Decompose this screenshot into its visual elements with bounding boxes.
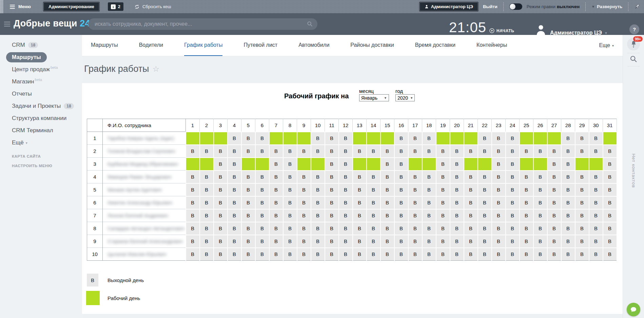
sidebar-burger-icon[interactable] <box>4 22 10 26</box>
tab-delivery-areas[interactable]: Районы доставки <box>350 35 394 56</box>
work-day-cell <box>241 158 255 171</box>
sidebar-item-more[interactable]: Ещё▾ <box>0 137 82 149</box>
day-off-cell: В <box>241 183 255 196</box>
year-select[interactable]: 2020 ▼ <box>395 94 415 101</box>
day-off-cell: В <box>547 209 561 222</box>
drag-handle[interactable] <box>0 0 4 13</box>
legend-label: Выходной день <box>108 277 144 283</box>
day-off-cell: В <box>533 145 547 158</box>
day-off-cell: В <box>436 145 450 158</box>
tab-work-schedule[interactable]: График работы <box>184 35 222 56</box>
day-off-cell: В <box>533 248 547 261</box>
tab-containers[interactable]: Контейнеры <box>476 35 507 56</box>
admin-user-button[interactable]: Администратор ЦЭ <box>419 2 479 12</box>
day-off-cell: В <box>353 196 367 209</box>
work-day-cell <box>200 158 214 171</box>
day-off-cell: В <box>478 248 492 261</box>
day-header: 2 <box>200 119 214 132</box>
divider <box>627 53 640 53</box>
day-off-swatch: В <box>87 274 98 286</box>
day-off-cell: В <box>464 222 478 235</box>
day-off-cell: В <box>214 248 228 261</box>
day-off-cell: В <box>269 235 283 248</box>
panel-search-icon[interactable] <box>630 55 638 63</box>
day-header: 26 <box>533 119 547 132</box>
tab-delivery-time[interactable]: Время доставки <box>415 35 455 56</box>
sidebar-item-crm[interactable]: CRM18 <box>0 39 82 51</box>
menu-burger-icon[interactable] <box>10 5 15 9</box>
day-off-cell: В <box>353 171 367 183</box>
day-off-cell: В <box>214 222 228 235</box>
month-select[interactable]: Январь ▼ <box>359 94 389 101</box>
site-map-link[interactable]: КАРТА САЙТА <box>0 154 82 158</box>
day-off-cell: В <box>214 235 228 248</box>
sidebar-item-crm-terminal[interactable]: CRM Терминал <box>0 124 82 137</box>
avatar[interactable] <box>535 24 547 36</box>
brand-logo[interactable]: Добрые вещи 24 <box>14 18 90 29</box>
sidebar-item-sales-center[interactable]: Центр продажbeta <box>0 63 82 76</box>
header-user-menu[interactable]: Администратор ЦЭ▼ <box>550 30 608 36</box>
legend-item: ВВыходной день <box>82 274 218 286</box>
admin-menu-button[interactable]: Меню <box>18 4 31 9</box>
reset-cache-button[interactable]: Сбросить кеш <box>134 4 171 9</box>
sidebar-item-label: CRM <box>12 42 25 48</box>
day-off-cell: В <box>394 222 408 235</box>
right-panel: ▼ 99+ Нет контактов <box>623 35 644 318</box>
day-off-cell: В <box>561 171 575 183</box>
administration-button[interactable]: Администрирование <box>43 2 100 12</box>
notifications-button[interactable]: ▼ 99+ <box>627 38 640 51</box>
day-off-cell: В <box>478 171 492 183</box>
sidebar-item-company-structure[interactable]: Структура компании <box>0 112 82 124</box>
day-off-cell: В <box>575 248 589 261</box>
sidebar-item-reports[interactable]: Отчеты <box>0 88 82 100</box>
day-off-cell: В <box>492 145 506 158</box>
configure-menu-link[interactable]: НАСТРОИТЬ МЕНЮ <box>0 164 82 168</box>
day-off-cell: В <box>520 248 533 261</box>
day-off-cell: В <box>325 183 339 196</box>
day-off-cell: В <box>311 183 325 196</box>
work-day-cell <box>367 158 380 171</box>
day-off-cell: В <box>367 171 380 183</box>
day-off-cell: В <box>214 145 228 158</box>
day-off-cell: В <box>325 196 339 209</box>
pin-icon[interactable] <box>634 4 640 9</box>
tab-waybill[interactable]: Путевой лист <box>243 35 277 56</box>
search-input[interactable] <box>88 18 317 30</box>
day-header: 14 <box>367 119 380 132</box>
work-day-cell <box>478 158 492 171</box>
tab-cars[interactable]: Автомобили <box>298 35 329 56</box>
tab-routes[interactable]: Маршруты <box>91 35 118 56</box>
table-row: 2Голиков Владислав СергеевичВВВВВВВВВВВВ… <box>87 145 617 158</box>
day-off-cell: В <box>506 209 520 222</box>
work-day-cell <box>214 132 228 145</box>
help-button[interactable]: ? <box>629 24 639 34</box>
sidebar-item-tasks[interactable]: Задачи и Проекты18 <box>0 100 82 112</box>
day-off-cell: В <box>269 171 283 183</box>
beta-tag: beta <box>51 65 58 69</box>
expand-button[interactable]: ▼ Развернуть <box>591 4 622 9</box>
day-off-cell: В <box>394 158 408 171</box>
info-counter-button[interactable]: i 2 <box>108 2 123 11</box>
employee-name-cell: Леонов Евгений Андреевич <box>103 209 186 222</box>
tab-drivers[interactable]: Водители <box>139 35 163 56</box>
day-off-cell: В <box>186 235 200 248</box>
day-off-cell: В <box>380 248 394 261</box>
chat-button[interactable] <box>627 303 640 316</box>
day-off-cell: В <box>436 235 450 248</box>
sidebar-item-shop[interactable]: Магазинbeta <box>0 76 82 88</box>
day-off-cell: В <box>200 183 214 196</box>
start-workday-button[interactable]: НАЧАТЬ <box>489 28 514 33</box>
logout-button[interactable]: Выйти <box>483 4 497 9</box>
sidebar-item-routes[interactable]: Маршруты <box>0 51 82 63</box>
employee-name: Сапардов Автандил Автандилович <box>108 226 184 231</box>
day-header: 23 <box>492 119 506 132</box>
day-off-cell: В <box>269 222 283 235</box>
tab-more[interactable]: Еще▾ <box>599 35 614 56</box>
edit-mode-toggle[interactable] <box>509 3 522 10</box>
row-number-cell: 9 <box>87 235 103 248</box>
chevron-down-icon: ▼ <box>591 5 595 8</box>
favorite-star-icon[interactable]: ☆ <box>152 64 159 74</box>
work-clock: 21:05 <box>449 19 486 36</box>
table-row: 9Стариков Евгений АлександровичВВВВВВВВВ… <box>87 235 617 248</box>
row-number-cell: 4 <box>87 171 103 183</box>
